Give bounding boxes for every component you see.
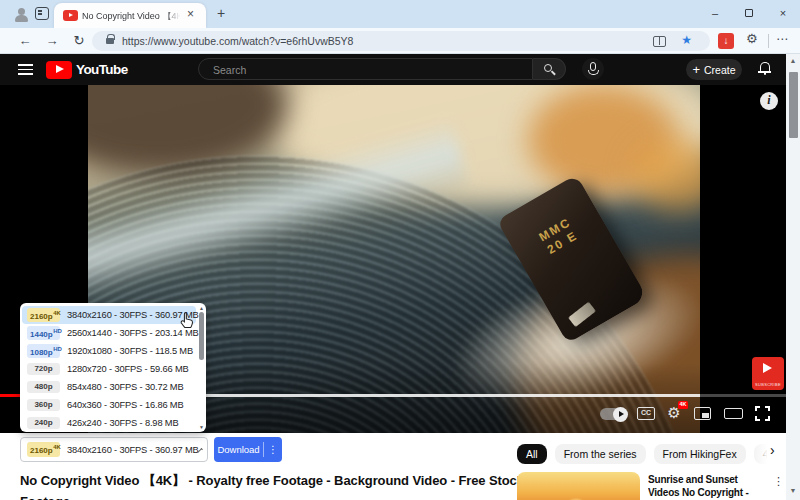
suggested-video-menu-icon[interactable]: ⋮ [773, 475, 784, 488]
youtube-logo-icon [46, 61, 72, 79]
format-option[interactable]: 1440pHD2560x1440 - 30FPS - 203.14 MB [20, 324, 198, 342]
minimize-button[interactable]: – [698, 0, 732, 28]
format-dropdown: 2160p4K3840x2160 - 30FPS - 360.97 MB1440… [20, 303, 206, 432]
scrollbar-down-icon[interactable]: ▼ [786, 487, 800, 494]
format-option[interactable]: 720p1280x720 - 30FPS - 59.66 MB [20, 360, 198, 378]
browser-window: No Copyright Video 【4K】 - Royal × + – × … [0, 0, 800, 500]
chips-scroll-chevron[interactable]: › [770, 442, 775, 458]
format-desc: 1920x1080 - 30FPS - 118.5 MB [67, 346, 193, 356]
download-options-icon[interactable]: ⋮ [264, 444, 282, 455]
quality-badge: 360p [27, 399, 60, 411]
maximize-icon [745, 9, 753, 17]
vertical-tabs-icon[interactable] [35, 7, 49, 20]
quality-badge: 1080pHD [27, 344, 60, 358]
download-button[interactable]: Download ⋮ [214, 437, 282, 462]
plus-icon: + [692, 62, 700, 77]
create-button[interactable]: + Create [686, 59, 742, 80]
subscribe-label: SUBSCRIBE [752, 382, 784, 387]
filter-chip-from-hikingfex[interactable]: From HikingFex [654, 444, 746, 464]
format-option[interactable]: 240p426x240 - 30FPS - 8.98 MB [20, 414, 198, 432]
youtube-wordmark: YouTube [76, 62, 128, 77]
search-icon [544, 64, 552, 72]
miniplayer-button[interactable] [694, 407, 711, 420]
browser-tab-bar: No Copyright Video 【4K】 - Royal × + – × [0, 0, 800, 28]
refresh-button[interactable]: ↻ [70, 32, 88, 50]
filter-chips: AllFrom the seriesFrom HikingFex4K r [517, 444, 774, 464]
page-scrollbar[interactable]: ▲ ▼ [786, 54, 800, 500]
filter-chip-from-the-series[interactable]: From the series [555, 444, 646, 464]
autoplay-toggle[interactable] [600, 408, 627, 420]
subscribe-watermark[interactable]: SUBSCRIBE [752, 357, 784, 390]
voice-search-button[interactable] [582, 58, 604, 80]
dropdown-scrollbar[interactable]: ▲ ▼ [198, 305, 205, 430]
tab-close-icon[interactable]: × [183, 7, 198, 22]
format-select[interactable]: 2160p4K 3840x2160 - 30FPS - 360.97 MB [20, 437, 208, 462]
format-option-list: 2160p4K3840x2160 - 30FPS - 360.97 MB1440… [20, 306, 198, 432]
captions-button[interactable]: CC [637, 407, 655, 420]
tab-title: No Copyright Video 【4K】 - Royal [82, 10, 180, 23]
youtube-favicon-icon [63, 10, 78, 21]
fullscreen-button[interactable] [755, 406, 770, 421]
microphone-icon [590, 62, 596, 71]
search-button[interactable] [533, 58, 566, 80]
quality-badge: 4K [678, 401, 688, 409]
dropdown-scroll-thumb[interactable] [199, 312, 204, 360]
menu-icon[interactable] [18, 64, 33, 75]
extensions-icon[interactable]: ⚙ [746, 31, 758, 46]
suggested-video-title[interactable]: Sunrise and Sunset Videos No Copyright -… [648, 473, 770, 500]
youtube-logo[interactable]: YouTube [46, 60, 128, 79]
download-label: Download [214, 444, 263, 455]
mouse-cursor [180, 311, 195, 333]
forward-button[interactable]: → [43, 32, 61, 50]
window-controls: – × [698, 0, 800, 28]
create-label: Create [704, 64, 736, 76]
downloader-extension-icon[interactable]: ↓ [718, 33, 734, 49]
address-bar[interactable]: https://www.youtube.com/watch?v=e6rhUvwB… [92, 31, 710, 51]
quality-badge: 2160p4K [27, 308, 60, 322]
theater-mode-button[interactable] [724, 408, 743, 419]
browser-tab[interactable]: No Copyright Video 【4K】 - Royal × [54, 3, 206, 28]
format-desc: 854x480 - 30FPS - 30.72 MB [67, 382, 184, 392]
youtube-header: YouTube Search + Create [0, 54, 786, 85]
format-option[interactable]: 2160p4K3840x2160 - 30FPS - 360.97 MB [22, 306, 196, 324]
page-viewport: YouTube Search + Create [0, 54, 786, 500]
quality-badge: 240p [27, 417, 60, 429]
search-input[interactable]: Search [198, 58, 533, 80]
favorite-star-icon[interactable]: ★ [681, 33, 692, 47]
info-icon[interactable]: i [760, 92, 778, 110]
notifications-bell-icon[interactable] [758, 62, 771, 75]
back-button[interactable]: ← [16, 32, 34, 50]
toolbar-divider [768, 34, 769, 48]
settings-gear-icon[interactable]: ⚙4K [664, 403, 684, 423]
filter-chip-all[interactable]: All [517, 444, 547, 464]
watch-page-body: 2160p4K 3840x2160 - 30FPS - 360.97 MB Do… [0, 433, 786, 500]
close-window-button[interactable]: × [766, 0, 800, 28]
format-option[interactable]: 480p854x480 - 30FPS - 30.72 MB [20, 378, 198, 396]
url-text: https://www.youtube.com/watch?v=e6rhUvwB… [122, 35, 353, 47]
new-tab-button[interactable]: + [213, 6, 229, 22]
maximize-button[interactable] [732, 0, 766, 28]
selected-format-desc: 3840x2160 - 30FPS - 360.97 MB [67, 445, 199, 455]
quality-badge: 480p [27, 381, 60, 393]
suggested-video-thumbnail[interactable] [517, 472, 640, 500]
browser-toolbar: ← → ↻ https://www.youtube.com/watch?v=e6… [0, 28, 800, 54]
split-screen-icon[interactable] [653, 36, 666, 47]
format-desc: 2560x1440 - 30FPS - 203.14 MB [67, 328, 199, 338]
format-desc: 426x240 - 30FPS - 8.98 MB [67, 418, 179, 428]
scrollbar-thumb[interactable] [789, 72, 798, 138]
format-option[interactable]: 1080pHD1920x1080 - 30FPS - 118.5 MB [20, 342, 198, 360]
scrollbar-up-icon[interactable]: ▲ [786, 57, 800, 64]
format-desc: 3840x2160 - 30FPS - 360.97 MB [67, 310, 199, 320]
play-icon [763, 363, 772, 373]
video-title: No Copyright Video 【4K】 - Royalty free F… [20, 470, 525, 500]
lock-icon [106, 38, 114, 44]
browser-profile-icon[interactable] [14, 7, 29, 22]
quality-badge: 720p [27, 363, 60, 375]
browser-menu-icon[interactable]: ⋯ [776, 32, 788, 46]
format-desc: 640x360 - 30FPS - 16.86 MB [67, 400, 184, 410]
format-option[interactable]: 360p640x360 - 30FPS - 16.86 MB [20, 396, 198, 414]
scroll-up-icon[interactable]: ▲ [198, 305, 205, 311]
search-placeholder: Search [213, 64, 246, 76]
selected-quality-badge: 2160p4K [27, 442, 60, 456]
scroll-down-icon[interactable]: ▼ [198, 424, 205, 430]
